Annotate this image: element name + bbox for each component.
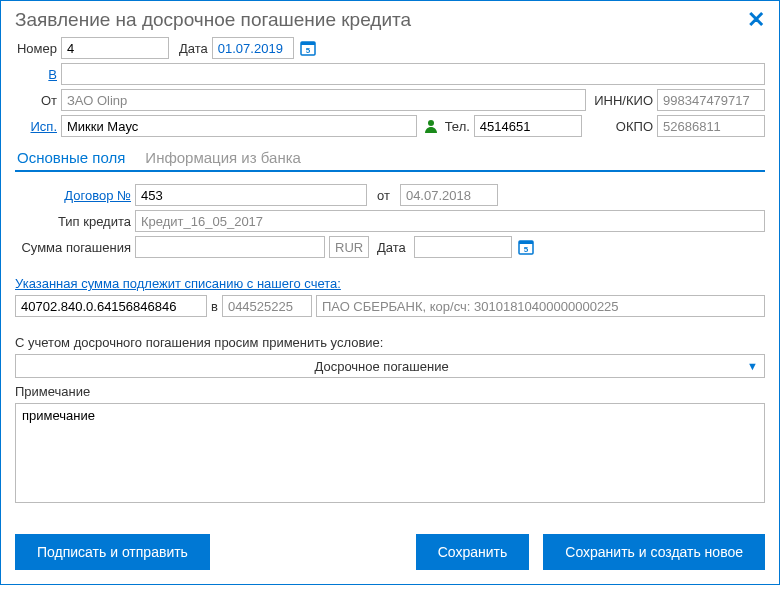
row-note-label: Примечание	[15, 384, 765, 399]
account-link[interactable]: Указанная сумма подлежит списанию с наше…	[15, 276, 341, 291]
account-input[interactable]	[15, 295, 207, 317]
repay-sum-input[interactable]	[135, 236, 325, 258]
repay-date-label: Дата	[377, 240, 406, 255]
svg-text:5: 5	[524, 245, 529, 254]
from-label: От	[15, 93, 57, 108]
repay-sum-label: Сумма погашения	[15, 240, 131, 255]
row-account-link: Указанная сумма подлежит списанию с наше…	[15, 276, 765, 291]
to-label[interactable]: В	[15, 67, 57, 82]
svg-point-3	[428, 120, 434, 126]
chevron-down-icon: ▼	[747, 360, 758, 372]
tel-label: Тел.	[445, 119, 470, 134]
tel-input[interactable]	[474, 115, 582, 137]
bank-input	[316, 295, 765, 317]
row-repay-sum: Сумма погашения Дата 5	[15, 236, 765, 258]
svg-text:5: 5	[306, 46, 311, 55]
to-input[interactable]	[61, 63, 765, 85]
in-label: в	[211, 299, 218, 314]
row-to: В	[15, 63, 765, 85]
save-button[interactable]: Сохранить	[416, 534, 530, 570]
note-label: Примечание	[15, 384, 90, 399]
note-textarea[interactable]	[15, 403, 765, 503]
exec-input[interactable]	[61, 115, 417, 137]
okpo-input	[657, 115, 765, 137]
row-exec: Исп. Тел. ОКПО	[15, 115, 765, 137]
condition-value: Досрочное погашение	[16, 359, 747, 374]
date-input[interactable]	[212, 37, 294, 59]
dialog-title: Заявление на досрочное погашение кредита	[15, 9, 411, 31]
row-credit-type: Тип кредита	[15, 210, 765, 232]
bik-input	[222, 295, 312, 317]
row-from: От ИНН/КИО	[15, 89, 765, 111]
credit-type-input	[135, 210, 765, 232]
currency-input	[329, 236, 369, 258]
okpo-label: ОКПО	[616, 119, 653, 134]
dialog-header: Заявление на досрочное погашение кредита…	[1, 1, 779, 33]
row-condition-label: С учетом досрочного погашения просим при…	[15, 335, 765, 350]
agreement-from-label: от	[377, 188, 390, 203]
agreement-number-label[interactable]: Договор №	[15, 188, 131, 203]
save-new-button[interactable]: Сохранить и создать новое	[543, 534, 765, 570]
from-input	[61, 89, 586, 111]
button-bar: Подписать и отправить Сохранить Сохранит…	[1, 520, 779, 584]
condition-label: С учетом досрочного погашения просим при…	[15, 335, 383, 350]
number-label: Номер	[15, 41, 57, 56]
calendar-icon[interactable]: 5	[516, 237, 536, 257]
row-number-date: Номер Дата 5	[15, 37, 765, 59]
sign-send-button[interactable]: Подписать и отправить	[15, 534, 210, 570]
agreement-number-input[interactable]	[135, 184, 367, 206]
content-area: Номер Дата 5 В От ИНН/КИО Исп. Тел.	[1, 33, 779, 520]
exec-label[interactable]: Исп.	[15, 119, 57, 134]
row-agreement: Договор № от	[15, 184, 765, 206]
dialog: Заявление на досрочное погашение кредита…	[0, 0, 780, 585]
tab-bank-info[interactable]: Информация из банка	[143, 145, 303, 170]
number-input[interactable]	[61, 37, 169, 59]
tabs: Основные поля Информация из банка	[15, 145, 765, 172]
inn-input	[657, 89, 765, 111]
row-account: в	[15, 295, 765, 317]
repay-date-input[interactable]	[414, 236, 512, 258]
inn-label: ИНН/КИО	[594, 93, 653, 108]
close-icon[interactable]: ✕	[747, 9, 765, 31]
credit-type-label: Тип кредита	[15, 214, 131, 229]
agreement-from-input	[400, 184, 498, 206]
person-icon[interactable]	[421, 116, 441, 136]
calendar-icon[interactable]: 5	[298, 38, 318, 58]
tab-main-fields[interactable]: Основные поля	[15, 145, 127, 172]
row-condition-select: Досрочное погашение ▼	[15, 354, 765, 378]
condition-select[interactable]: Досрочное погашение ▼	[15, 354, 765, 378]
date-label: Дата	[179, 41, 208, 56]
